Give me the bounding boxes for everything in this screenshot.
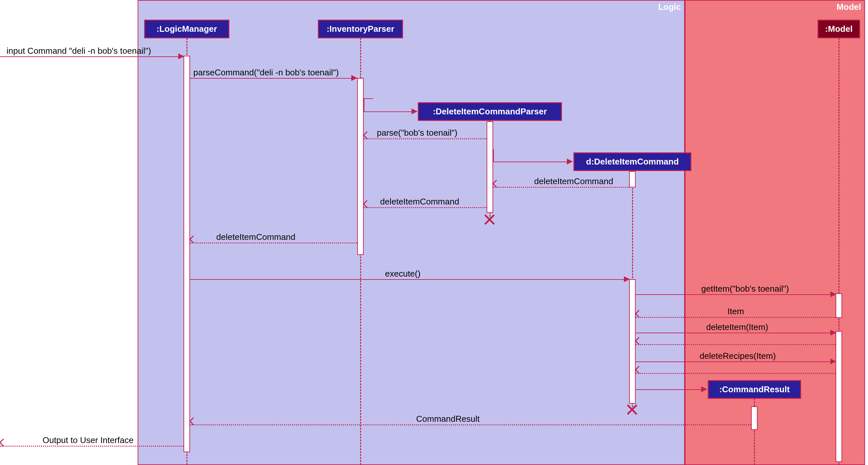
msg-dic1: deleteItemCommand [534, 176, 613, 186]
activation-logic-manager [184, 56, 190, 452]
arrow-create-result [701, 386, 707, 392]
msg-input: input Command "deli -n bob's toenail") [6, 46, 151, 56]
line-dic1 [493, 187, 629, 188]
line-getitem [636, 294, 836, 295]
line-input [0, 56, 184, 57]
line-deleteitem-return [636, 344, 836, 345]
activation-command-result [751, 406, 757, 430]
vert-create-cmd [493, 149, 494, 162]
line-deleterecipes-return [636, 373, 836, 374]
line-parse-return [364, 138, 487, 139]
line-parse-command [190, 78, 357, 79]
activation-delete-item-cmd-parser [487, 121, 493, 213]
participant-inventory-parser: :InventoryParser [318, 20, 403, 38]
participant-delete-item-cmd: d:DeleteItemCommand [574, 152, 691, 171]
line-dic2 [364, 207, 487, 208]
msg-output: Output to User Interface [42, 435, 133, 445]
msg-parse-command: parseCommand("deli -n bob's toenail") [193, 67, 339, 78]
line-cmdresult [190, 424, 751, 425]
participant-model: :Model [817, 20, 860, 38]
hook-create-parser [364, 98, 373, 99]
line-create-result [636, 389, 706, 390]
frame-model-label: Model [837, 2, 861, 12]
msg-dic3: deleteItemCommand [216, 232, 295, 242]
line-create-parser [364, 112, 417, 112]
line-dic3 [190, 243, 357, 244]
line-execute [190, 279, 629, 280]
msg-dic2: deleteItemCommand [380, 197, 459, 207]
arrow-execute [624, 276, 630, 282]
msg-parse: parse("bob's toenail") [377, 128, 458, 138]
msg-deleterecipes: deleteRecipes(Item) [700, 351, 776, 361]
arrow-deleterecipes [830, 359, 836, 364]
msg-getitem: getItem("bob's toenail") [701, 284, 789, 294]
line-item [636, 317, 836, 318]
destroy-cmd [626, 404, 638, 415]
line-deleterecipes [636, 362, 836, 362]
activation-inventory-parser [357, 78, 364, 255]
activation-delete-item-cmd-exec [629, 279, 636, 404]
arrow-getitem [830, 291, 836, 297]
participant-command-result: :CommandResult [708, 380, 801, 399]
frame-logic-label: Logic [658, 2, 681, 12]
msg-deleteitem: deleteItem(Item) [706, 322, 768, 332]
line-output [0, 446, 184, 447]
line-deleteitem [636, 333, 836, 333]
destroy-parser [484, 214, 495, 225]
arrow-create-cmd [567, 159, 573, 164]
arrow-create-parser [411, 108, 417, 114]
activation-model-getitem [836, 293, 842, 318]
activation-model-delete [836, 331, 842, 462]
msg-item: Item [727, 306, 744, 316]
msg-execute: execute() [385, 269, 421, 279]
participant-logic-manager: :LogicManager [144, 20, 229, 38]
vert-create-parser [364, 98, 364, 112]
activation-delete-item-cmd-create [629, 171, 636, 187]
arrow-parse-command [351, 75, 357, 81]
participant-delete-item-cmd-parser: :DeleteItemCommandParser [418, 102, 562, 121]
line-create-cmd [493, 161, 572, 162]
arrow-deleteitem [830, 330, 836, 336]
msg-cmdresult: CommandResult [416, 414, 480, 424]
arrow-input [178, 54, 184, 59]
